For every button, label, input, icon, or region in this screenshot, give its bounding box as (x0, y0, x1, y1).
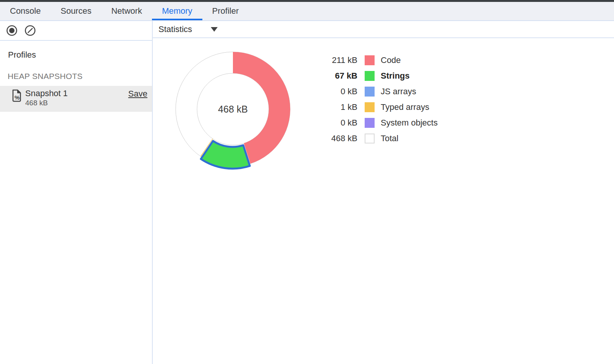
legend-swatch (365, 118, 375, 128)
snapshot-list-item[interactable]: % Snapshot 1 468 kB Save (0, 86, 152, 112)
legend-row-code[interactable]: 211 kBCode (316, 52, 438, 68)
perspective-dropdown[interactable]: Statistics (158, 24, 218, 34)
legend-label: Strings (381, 71, 410, 81)
donut-center-total-label: 468 kB (218, 104, 248, 114)
tab-sources[interactable]: Sources (51, 2, 102, 20)
legend-value: 0 kB (316, 118, 357, 128)
memory-panel-toolbar: Statistics (153, 21, 614, 38)
heap-snapshots-section-heading: HEAP SNAPSHOTS (8, 72, 82, 81)
clear-profiles-button[interactable] (24, 25, 36, 36)
legend-value: 67 kB (316, 71, 357, 81)
legend-value: 468 kB (316, 134, 357, 143)
chart-legend: 211 kBCode67 kBStrings0 kBJS arrays1 kBT… (316, 52, 438, 146)
profiles-toolbar (0, 21, 152, 41)
record-heap-snapshot-button[interactable] (6, 25, 18, 36)
heap-statistics-donut-chart: 468 kB (153, 40, 328, 185)
tab-memory[interactable]: Memory (152, 2, 202, 20)
snapshot-title: Snapshot 1 (25, 89, 68, 98)
svg-text:%: % (15, 94, 19, 101)
legend-row-total[interactable]: 468 kBTotal (316, 130, 438, 146)
profiles-heading: Profiles (8, 50, 36, 60)
legend-label: Code (381, 55, 401, 65)
tab-console[interactable]: Console (0, 2, 51, 20)
heap-snapshot-file-icon: % (11, 89, 22, 102)
legend-label: Typed arrays (381, 102, 429, 112)
tab-profiler[interactable]: Profiler (202, 2, 249, 20)
tab-network[interactable]: Network (101, 2, 152, 20)
legend-value: 1 kB (316, 102, 357, 112)
legend-label: System objects (381, 118, 438, 128)
legend-swatch (365, 102, 375, 112)
devtools-window: ConsoleSourcesNetworkMemoryProfiler Stat… (0, 0, 614, 364)
legend-value: 211 kB (316, 55, 357, 65)
clear-icon (24, 25, 36, 36)
legend-label: JS arrays (381, 87, 416, 97)
panel-tabbar: ConsoleSourcesNetworkMemoryProfiler (0, 2, 614, 21)
legend-row-system-objects[interactable]: 0 kBSystem objects (316, 115, 438, 130)
legend-row-js-arrays[interactable]: 0 kBJS arrays (316, 84, 438, 99)
save-snapshot-link[interactable]: Save (128, 89, 147, 99)
legend-swatch (365, 71, 375, 81)
legend-swatch (365, 55, 375, 65)
chevron-down-icon (211, 27, 218, 32)
legend-label: Total (381, 134, 398, 143)
legend-row-typed-arrays[interactable]: 1 kBTyped arrays (316, 99, 438, 115)
legend-swatch (365, 87, 375, 97)
perspective-dropdown-label: Statistics (158, 24, 192, 34)
record-icon (6, 25, 18, 36)
legend-row-strings[interactable]: 67 kBStrings (316, 68, 438, 84)
legend-swatch (365, 134, 375, 143)
legend-value: 0 kB (316, 87, 357, 97)
snapshot-size: 468 kB (25, 98, 68, 108)
